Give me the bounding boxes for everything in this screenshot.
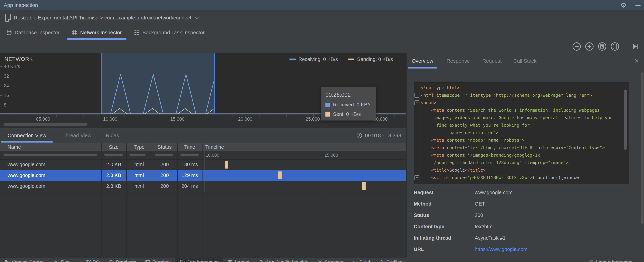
tab-background-task-inspector[interactable]: Background Task Inspector — [134, 25, 204, 40]
column-grip[interactable] — [180, 154, 199, 156]
bottom-bar-layout-inspector[interactable]: Layout Inspector — [584, 258, 636, 262]
bottom-bar-todo[interactable]: TODO — [74, 258, 104, 262]
app-inspection-icon — [180, 260, 184, 262]
bottom-bar-run[interactable]: Run — [49, 258, 74, 262]
tab-overview[interactable]: Overview — [412, 53, 433, 68]
skip-to-end-button[interactable] — [631, 42, 640, 51]
column-header-timeline[interactable]: Timeline — [205, 143, 224, 151]
tab-network-inspector[interactable]: Network Inspector — [72, 25, 122, 40]
timeline-request-bar[interactable] — [225, 160, 228, 168]
tab-label: Overview — [412, 58, 433, 64]
column-grip[interactable] — [104, 154, 123, 156]
fold-marker-icon[interactable]: − — [414, 100, 419, 105]
column-header-time[interactable]: Time — [177, 143, 202, 151]
chart-scrollbar-thumb[interactable] — [4, 123, 88, 126]
tab-thread-view[interactable]: Thread View — [62, 128, 92, 142]
bottom-bar-profiler[interactable]: Profiler — [374, 258, 406, 262]
bottom-bar-label: App Inspection — [187, 260, 219, 262]
tab-database-inspector[interactable]: Database Inspector — [6, 25, 60, 40]
fold-marker-icon[interactable]: − — [414, 93, 419, 98]
code-line: <html itemscope="" itemtype="http://sche… — [421, 92, 592, 99]
column-header-type[interactable]: Type — [126, 143, 152, 151]
field-label: Method — [414, 201, 432, 207]
column-separator[interactable] — [202, 143, 202, 258]
gear-icon[interactable]: ⚙ — [620, 0, 626, 10]
bottom-bar-build[interactable]: Build — [348, 258, 374, 262]
bottom-bar-version-control[interactable]: Version Control — [0, 258, 49, 262]
bottom-bar-problems[interactable]: Problems — [104, 258, 141, 262]
tab-call-stack[interactable]: Call Stack — [513, 53, 536, 68]
column-separator[interactable] — [101, 143, 102, 258]
x-axis-tick — [259, 114, 260, 117]
y-tick-mark — [0, 86, 2, 86]
zoom-out-button[interactable] — [572, 42, 581, 51]
fold-marker-icon[interactable]: − — [414, 175, 419, 180]
process-label: Resizable Experimental API Tiramisu > co… — [14, 15, 191, 21]
column-grip[interactable] — [130, 154, 146, 156]
minimize-icon[interactable] — [636, 5, 640, 6]
column-separator[interactable] — [177, 143, 178, 258]
cell-size: 2.0 KB — [101, 159, 126, 170]
y-tick-label: 32 — [4, 74, 9, 79]
sel-left-edge[interactable] — [101, 53, 102, 114]
zoom-to-selection-button[interactable] — [610, 42, 620, 51]
column-grip[interactable] — [4, 154, 97, 156]
problems-icon — [109, 260, 114, 262]
table-row[interactable]: www.google.com2.3 KBhtml200129 ms — [0, 170, 406, 181]
chevron-down-icon[interactable] — [194, 15, 199, 19]
table-row[interactable]: www.google.com2.0 KBhtml200130 ms — [0, 159, 406, 170]
y-tick-mark — [0, 95, 2, 96]
bottom-bar-logcat[interactable]: Logcat — [223, 258, 254, 262]
response-preview-code[interactable]: <!doctype html><html itemscope="" itemty… — [414, 82, 629, 185]
column-header-status[interactable]: Status — [152, 143, 177, 151]
field-value-link[interactable]: https://www.google.com — [475, 246, 528, 252]
x-axis-tick — [232, 114, 232, 117]
chart-scrollbar[interactable] — [0, 122, 406, 128]
reset-zoom-button[interactable] — [598, 42, 607, 51]
column-header-size[interactable]: Size — [101, 143, 126, 151]
cell-time: 204 ms — [177, 181, 202, 192]
cell-type: html — [126, 170, 152, 180]
column-separator[interactable] — [152, 143, 152, 258]
bottom-bar-terminal[interactable]: Terminal — [141, 258, 175, 262]
bottom-bar-label: TODO — [86, 260, 100, 262]
x-axis-tick — [138, 114, 138, 117]
connection-tabs: 09.918 - 18.398 Connection ViewThread Vi… — [0, 128, 406, 143]
field-label: Content type — [414, 224, 444, 230]
bottom-bar-app-inspection[interactable]: App Inspection — [175, 258, 223, 262]
bottom-bar-services[interactable]: Services — [313, 258, 348, 262]
code-line: <head> — [421, 99, 436, 106]
close-icon[interactable]: ✕ — [634, 58, 639, 64]
column-separator[interactable] — [126, 143, 127, 258]
bottom-bar-app-quality-insights[interactable]: App Quality Insights — [254, 258, 313, 262]
list-icon — [134, 30, 140, 36]
x-tick-label: 25.000 — [306, 116, 320, 122]
tab-rules[interactable]: Rules — [106, 128, 119, 142]
timeline-request-bar[interactable] — [278, 172, 281, 179]
tab-request[interactable]: Request — [482, 53, 502, 68]
timeline-request-bar[interactable] — [362, 182, 365, 190]
connections-table-header[interactable]: NameSizeTypeStatusTimeTimeline — [0, 143, 406, 151]
field-value: GET — [475, 201, 485, 207]
connection-details-panel: ✕ OverviewResponseRequestCall Stack <!do… — [406, 53, 644, 258]
x-axis-tick — [30, 114, 30, 117]
table-row[interactable]: www.google.com2.3 KBhtml200204 ms — [0, 181, 406, 192]
tab-connection-view[interactable]: Connection View — [8, 128, 46, 142]
x-axis-tick — [192, 114, 192, 117]
details-scrollbar-thumb[interactable] — [641, 72, 644, 224]
bottom-bar-label: Terminal — [152, 260, 171, 262]
code-line: <title>Google</title> — [421, 166, 486, 174]
field-value: 200 — [475, 212, 483, 218]
code-line: <!doctype html> — [421, 84, 460, 92]
column-header-name[interactable]: Name — [8, 143, 21, 151]
tab-label: Request — [482, 58, 502, 64]
globe-icon — [72, 30, 78, 36]
profiler-icon — [379, 260, 384, 262]
process-selector-bar[interactable]: Resizable Experimental API Tiramisu > co… — [0, 10, 644, 25]
zoom-in-button[interactable] — [585, 42, 594, 51]
detail-field-content-type: Content typetext/html — [406, 224, 637, 231]
tab-response[interactable]: Response — [446, 53, 470, 68]
column-grip[interactable] — [155, 154, 173, 156]
code-scrollbar-thumb[interactable] — [624, 90, 627, 150]
sel-right-edge[interactable] — [214, 53, 215, 114]
